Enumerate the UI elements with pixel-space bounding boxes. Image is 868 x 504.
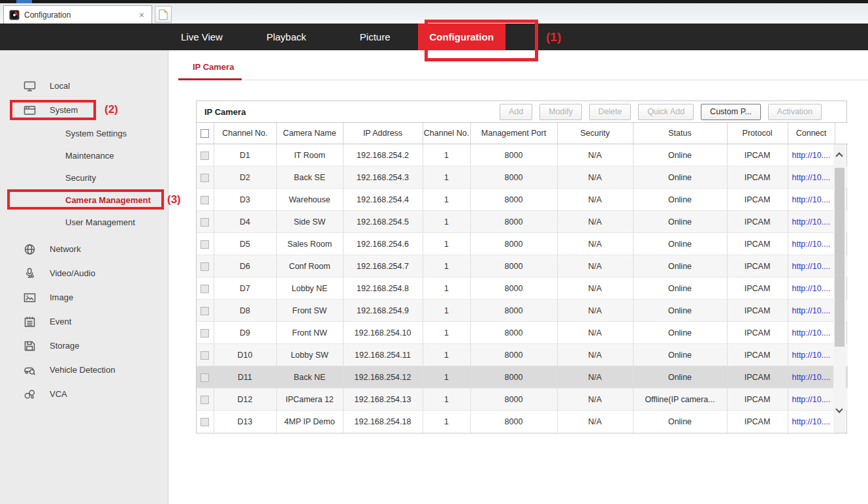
select-all-checkbox[interactable] [201, 129, 209, 138]
toolbar-button-add[interactable]: Add [500, 104, 532, 120]
connect-link[interactable]: http://10.... [792, 417, 830, 426]
row-checkbox[interactable] [201, 240, 209, 249]
toolbar-button-activation[interactable]: Activation [768, 104, 822, 120]
cell-channel: D4 [214, 211, 276, 233]
row-checkbox[interactable] [201, 373, 209, 382]
connect-link[interactable]: http://10.... [792, 217, 830, 227]
sidebar-item-camera-management[interactable]: Camera Management (3) [0, 189, 168, 211]
cell-status: Online [633, 255, 727, 277]
cell-channel: D13 [214, 411, 276, 433]
connect-link[interactable]: http://10.... [792, 351, 830, 360]
browser-tab[interactable]: Configuration × [3, 5, 152, 24]
toolbar-button-modify[interactable]: Modify [539, 104, 582, 120]
table-row[interactable]: D8 Front SW 192.168.254.9 1 8000 N/A Onl… [197, 300, 848, 322]
sidebar-item-vca[interactable]: VCA [0, 382, 168, 406]
vehicle-detection-icon [24, 364, 39, 376]
event-icon [24, 316, 39, 328]
connect-link[interactable]: http://10.... [792, 151, 830, 160]
cell-camera-name: Front NW [276, 322, 343, 344]
sidebar-item-label: Vehicle Detection [50, 365, 115, 375]
sidebar-item-label: VCA [50, 389, 67, 399]
cell-channel: D1 [214, 144, 276, 166]
new-page-icon [159, 9, 168, 20]
nav-tab-playback[interactable]: Playback [266, 24, 306, 50]
sidebar-item-maintenance[interactable]: Maintenance [0, 144, 168, 166]
row-checkbox[interactable] [201, 174, 209, 182]
table-row[interactable]: D9 Front NW 192.168.254.10 1 8000 N/A On… [197, 322, 848, 344]
nav-tab-configuration[interactable]: Configuration [418, 24, 506, 50]
scrollbar-thumb[interactable] [835, 168, 844, 347]
annotation-label: (3) [167, 193, 181, 206]
scroll-up-icon[interactable] [835, 152, 843, 159]
nav-tab-picture[interactable]: Picture [360, 24, 391, 50]
new-tab-button[interactable] [155, 6, 172, 23]
row-checkbox[interactable] [201, 351, 209, 360]
connect-link[interactable]: http://10.... [792, 284, 830, 293]
sidebar-item-vehicle-detection[interactable]: Vehicle Detection [0, 358, 168, 382]
toolbar-button-custom-protocol[interactable]: Custom P... [701, 104, 761, 120]
table-scrollbar[interactable] [833, 144, 846, 433]
cell-management-port: 8000 [470, 277, 557, 300]
cell-ip-address: 192.168.254.8 [343, 277, 423, 300]
sidebar-item-system-settings[interactable]: System Settings [0, 122, 168, 144]
row-checkbox[interactable] [201, 196, 209, 204]
connect-link[interactable]: http://10.... [792, 395, 830, 404]
connect-link[interactable]: http://10.... [792, 373, 830, 382]
cell-management-port: 8000 [470, 144, 557, 166]
sidebar-item-video-audio[interactable]: Video/Audio [0, 261, 168, 285]
tab-ip-camera[interactable]: IP Camera [193, 62, 234, 72]
connect-link[interactable]: http://10.... [792, 173, 830, 182]
row-checkbox[interactable] [201, 151, 209, 160]
table-row[interactable]: D1 IT Room 192.168.254.2 1 8000 N/A Onli… [197, 144, 848, 166]
row-checkbox[interactable] [201, 218, 209, 227]
tab-underline [178, 78, 242, 80]
cell-channel-no: 1 [423, 322, 470, 344]
connect-link[interactable]: http://10.... [792, 328, 830, 338]
cell-management-port: 8000 [470, 388, 557, 411]
cell-ip-address: 192.168.254.10 [343, 322, 423, 344]
sidebar-item-event[interactable]: Event [0, 309, 168, 334]
row-checkbox[interactable] [201, 396, 209, 404]
row-checkbox[interactable] [201, 329, 209, 338]
cell-channel: D3 [214, 189, 276, 211]
table-row[interactable]: D2 Back SE 192.168.254.3 1 8000 N/A Onli… [197, 166, 848, 189]
cell-camera-name: Back NE [276, 366, 343, 388]
sidebar-item-image[interactable]: Image [0, 285, 168, 309]
row-checkbox[interactable] [201, 285, 209, 293]
sidebar-item-user-management[interactable]: User Management [0, 211, 168, 233]
row-checkbox[interactable] [201, 262, 209, 271]
sidebar-item-system[interactable]: System (2) [0, 98, 168, 122]
table-row[interactable]: D11 Back NE 192.168.254.12 1 8000 N/A On… [197, 366, 848, 388]
connect-link[interactable]: http://10.... [792, 240, 830, 249]
table-row[interactable]: D3 Warehouse 192.168.254.4 1 8000 N/A On… [197, 189, 848, 211]
toolbar-button-quick-add[interactable]: Quick Add [638, 104, 694, 120]
table-row[interactable]: D5 Sales Room 192.168.254.6 1 8000 N/A O… [197, 233, 848, 255]
table-row[interactable]: D6 Conf Room 192.168.254.7 1 8000 N/A On… [197, 255, 848, 277]
scroll-down-icon[interactable] [835, 405, 843, 413]
table-row[interactable]: D13 4MP IP Demo 192.168.254.18 1 8000 N/… [197, 411, 848, 433]
connect-link[interactable]: http://10.... [792, 195, 830, 204]
sidebar-item-local[interactable]: Local [0, 74, 168, 98]
nav-tab-live-view[interactable]: Live View [181, 24, 223, 50]
table-row[interactable]: D4 Side SW 192.168.254.5 1 8000 N/A Onli… [197, 211, 848, 233]
cell-camera-name: Back SE [276, 166, 343, 189]
cell-camera-name: IPCamera 12 [276, 388, 343, 411]
cell-channel: D11 [214, 366, 276, 388]
table-row[interactable]: D12 IPCamera 12 192.168.254.13 1 8000 N/… [197, 388, 848, 411]
connect-link[interactable]: http://10.... [792, 262, 830, 271]
table-row[interactable]: D10 Lobby SW 192.168.254.11 1 8000 N/A O… [197, 344, 848, 366]
cell-management-port: 8000 [470, 322, 557, 344]
table-row[interactable]: D7 Lobby NE 192.168.254.8 1 8000 N/A Onl… [197, 277, 848, 300]
window-top-strip [0, 0, 868, 3]
sidebar-item-label: Local [50, 81, 70, 91]
toolbar-button-delete[interactable]: Delete [589, 104, 631, 120]
sidebar-item-storage[interactable]: Storage [0, 334, 168, 358]
cell-management-port: 8000 [470, 255, 557, 277]
row-checkbox[interactable] [201, 307, 209, 315]
sidebar-item-security[interactable]: Security [0, 166, 168, 189]
tab-close-icon[interactable]: × [137, 10, 146, 20]
cell-channel-no: 1 [423, 300, 470, 322]
sidebar-item-network[interactable]: Network [0, 237, 168, 261]
row-checkbox[interactable] [201, 418, 209, 426]
connect-link[interactable]: http://10.... [792, 306, 830, 315]
